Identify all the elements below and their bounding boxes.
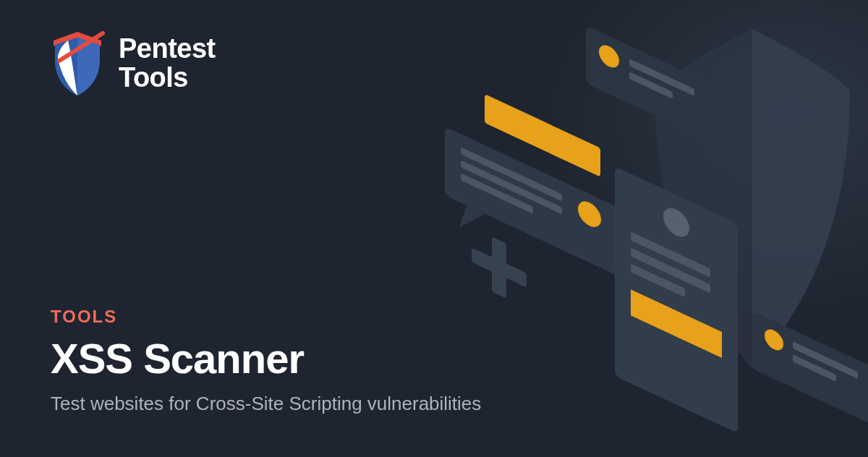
svg-rect-7 [445,127,618,276]
svg-rect-13 [615,166,738,433]
brand-logo: Pentest Tools [49,30,216,97]
svg-rect-17 [631,263,685,297]
svg-rect-15 [631,231,710,277]
svg-point-20 [765,326,783,354]
shield-large-icon [655,29,850,369]
hero-content: TOOLS XSS Scanner Test websites for Cros… [51,307,481,415]
svg-point-3 [599,41,619,71]
svg-point-9 [578,197,601,231]
svg-rect-22 [793,354,836,382]
svg-rect-11 [461,160,562,214]
svg-marker-8 [459,202,485,239]
shield-logo-icon [49,30,106,97]
brand-name: Pentest Tools [119,35,216,93]
svg-rect-16 [631,247,710,293]
brand-name-line2: Tools [119,64,216,93]
svg-rect-18 [631,289,722,358]
page-subtitle: Test websites for Cross-Site Scripting v… [51,393,481,415]
hero-banner: Pentest Tools TOOLS XSS Scanner Test web… [0,0,868,457]
svg-rect-21 [793,341,858,379]
page-title: XSS Scanner [51,334,481,383]
chat-card-icon [586,25,716,144]
svg-rect-5 [629,72,673,99]
svg-rect-12 [461,173,533,214]
svg-rect-2 [586,25,716,144]
svg-point-14 [663,203,689,242]
svg-rect-6 [485,94,600,177]
brand-name-line1: Pentest [119,35,216,64]
panel-card-icon [615,166,738,433]
svg-rect-0 [492,236,506,298]
button-bar-icon [485,94,600,177]
svg-rect-10 [461,147,562,201]
svg-rect-4 [629,59,694,96]
svg-rect-1 [472,247,527,287]
svg-rect-19 [752,311,868,426]
chat-card-small-icon [752,311,868,426]
chat-card-with-tail-icon [445,127,618,302]
plus-icon [472,236,527,298]
eyebrow-label: TOOLS [51,307,481,327]
